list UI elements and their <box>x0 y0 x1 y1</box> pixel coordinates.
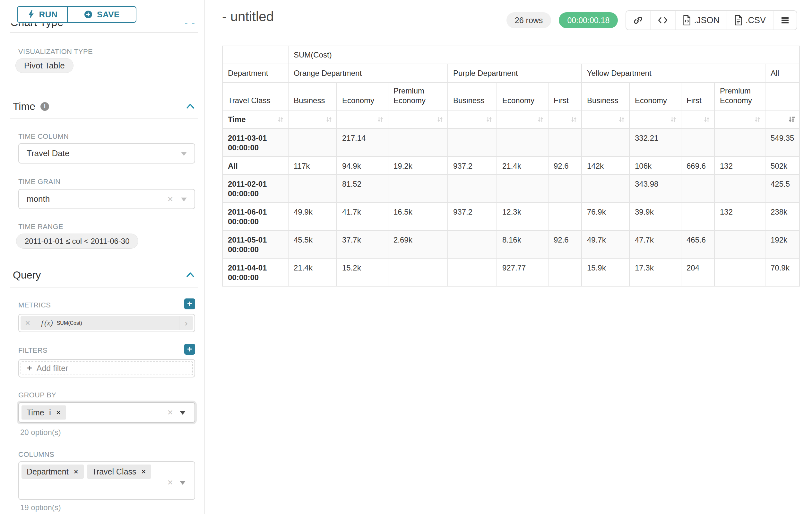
caret-down-icon[interactable] <box>180 481 185 485</box>
remove-chip-icon[interactable]: ✕ <box>141 468 146 476</box>
pivot-value-cell: 2.69k <box>388 230 448 258</box>
pivot-value-cell <box>388 129 448 157</box>
pivot-col-header: Economy <box>629 83 681 110</box>
columns-chip[interactable]: Travel Class ✕ <box>87 464 151 479</box>
sort-icon[interactable] <box>536 115 545 124</box>
pivot-value-cell: 17.3k <box>629 258 681 286</box>
pivot-value-cell <box>448 258 497 286</box>
metric-pill[interactable]: ✕ ƒ(x) SUM(Cost) › <box>21 316 193 330</box>
pivot-value-cell <box>548 202 582 230</box>
pivot-value-cell <box>448 129 497 157</box>
run-button[interactable]: RUN <box>17 6 67 23</box>
sort-icon[interactable] <box>436 115 444 124</box>
clear-icon[interactable]: ✕ <box>167 478 173 487</box>
group-by-label: GROUP BY <box>18 391 56 399</box>
metrics-container: ✕ ƒ(x) SUM(Cost) › <box>18 314 195 332</box>
pivot-value-cell <box>388 174 448 202</box>
save-button-label: SAVE <box>97 10 120 20</box>
caret-down-icon[interactable] <box>181 152 187 156</box>
chip-label: Travel Class <box>92 467 137 477</box>
pivot-value-cell <box>681 202 715 230</box>
chevron-up-icon[interactable] <box>186 271 195 280</box>
chevron-up-icon[interactable] <box>186 102 195 111</box>
pivot-value-cell: 106k <box>629 157 681 174</box>
pivot-value-cell: 92.6 <box>548 230 582 258</box>
pivot-col-header: Business <box>448 83 497 110</box>
columns-label: COLUMNS <box>18 451 54 459</box>
result-toolbar: 26 rows 00:00:00.18 .JSON <box>506 10 797 30</box>
copy-link-button[interactable] <box>626 11 650 30</box>
pivot-sort-cell <box>337 110 388 129</box>
add-metric-button[interactable]: + <box>184 298 195 309</box>
pivot-value-cell: 927.77 <box>497 258 548 286</box>
sort-desc-icon[interactable] <box>788 115 796 124</box>
columns-select[interactable]: Department ✕ Travel Class ✕ ✕ <box>18 461 195 500</box>
save-button[interactable]: SAVE <box>67 6 137 23</box>
pivot-value-cell: 132 <box>715 157 765 174</box>
time-range-pill[interactable]: 2011-01-01 ≤ col < 2011-06-30 <box>16 234 138 249</box>
remove-chip-icon[interactable]: ✕ <box>56 409 61 416</box>
pivot-col-header: Business <box>582 83 629 110</box>
time-section-title: Time i <box>13 101 49 112</box>
sort-icon[interactable] <box>325 115 333 124</box>
sort-icon[interactable] <box>753 115 762 124</box>
pivot-value-cell: 12.3k <box>497 202 548 230</box>
panel-drag-dot <box>185 23 187 24</box>
info-icon[interactable]: i <box>49 408 51 417</box>
clear-icon[interactable]: ✕ <box>167 195 173 204</box>
info-icon[interactable]: i <box>40 102 49 111</box>
export-csv-button[interactable]: .CSV <box>727 11 774 30</box>
export-json-button[interactable]: .JSON <box>675 11 727 30</box>
sort-icon[interactable] <box>570 115 578 124</box>
pivot-value-cell: 937.2 <box>448 157 497 174</box>
sort-icon[interactable] <box>669 115 677 124</box>
add-filter-button[interactable]: + <box>184 344 195 355</box>
pivot-value-cell: 142k <box>582 157 629 174</box>
code-icon <box>658 16 668 25</box>
pivot-col-header: Economy <box>337 83 388 110</box>
panel-drag-dot <box>192 23 195 24</box>
export-csv-label: .CSV <box>746 16 766 25</box>
remove-metric-icon[interactable]: ✕ <box>21 316 35 330</box>
pivot-value-cell <box>288 129 337 157</box>
sort-icon[interactable] <box>485 115 493 124</box>
sort-icon[interactable] <box>276 115 285 124</box>
caret-down-icon[interactable] <box>181 197 187 201</box>
caret-down-icon[interactable] <box>180 411 185 415</box>
time-range-label: TIME RANGE <box>18 223 63 231</box>
viz-type-pill[interactable]: Pivot Table <box>16 58 74 73</box>
pivot-value-cell <box>288 174 337 202</box>
remove-chip-icon[interactable]: ✕ <box>74 468 79 476</box>
sort-icon[interactable] <box>376 115 384 124</box>
embed-code-button[interactable] <box>650 11 675 30</box>
group-by-chip[interactable]: Time i ✕ <box>22 405 66 420</box>
pivot-row-header: 2011-05-01 00:00:00 <box>223 230 288 258</box>
pivot-row-header: 2011-02-01 00:00:00 <box>223 174 288 202</box>
pivot-row-header: 2011-04-01 00:00:00 <box>223 258 288 286</box>
pivot-value-cell <box>715 230 765 258</box>
clear-icon[interactable]: ✕ <box>167 408 173 417</box>
plus-icon: + <box>27 363 32 373</box>
time-column-select[interactable]: Travel Date <box>18 143 195 164</box>
menu-button[interactable] <box>774 11 796 30</box>
hamburger-icon <box>781 16 789 24</box>
divider <box>10 287 198 288</box>
chart-title[interactable]: - untitled <box>222 9 274 24</box>
time-grain-select[interactable]: month ✕ <box>18 189 195 209</box>
pivot-value-cell: 15.9k <box>582 258 629 286</box>
group-by-select[interactable]: Time i ✕ ✕ <box>18 402 195 423</box>
sort-icon[interactable] <box>702 115 711 124</box>
pivot-value-cell <box>582 174 629 202</box>
pivot-col-header: Business <box>288 83 337 110</box>
chevron-right-icon[interactable]: › <box>179 316 193 330</box>
control-panel: Chart Type RUN SAVE VISUALIZATION TYPE P… <box>0 0 204 514</box>
sort-icon[interactable] <box>617 115 626 124</box>
pivot-value-cell <box>388 258 448 286</box>
row-count-badge: 26 rows <box>506 12 551 28</box>
export-button-group: .JSON .CSV <box>626 10 797 30</box>
metric-value: SUM(Cost) <box>57 320 82 326</box>
pivot-sort-cell <box>548 110 582 129</box>
columns-chip[interactable]: Department ✕ <box>22 464 84 479</box>
pivot-value-cell <box>715 174 765 202</box>
add-filter-dropzone[interactable]: + Add filter <box>21 361 193 375</box>
